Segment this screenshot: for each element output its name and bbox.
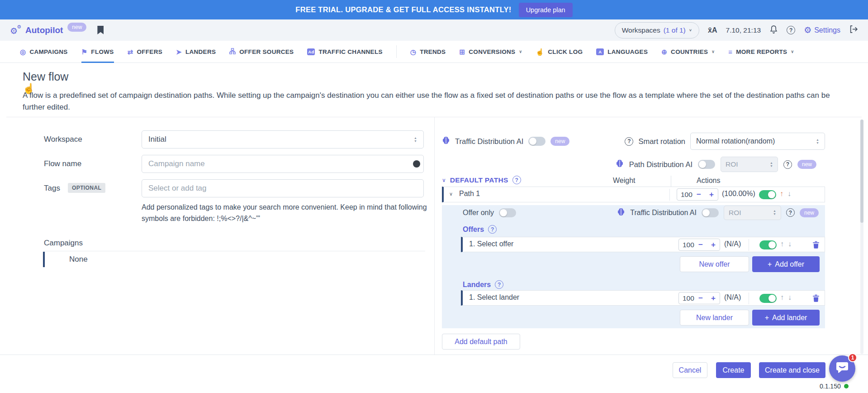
app-version: 0.1.150 <box>820 383 849 390</box>
add-lander-button[interactable]: + Add lander <box>752 310 820 326</box>
traffic-ai-help-icon[interactable]: ? <box>786 208 795 217</box>
tags-input[interactable] <box>142 179 424 197</box>
help-icon[interactable]: ? <box>787 26 795 34</box>
header-time: 7.10, 21:13 <box>726 26 761 34</box>
scrollbar-thumb[interactable] <box>860 120 863 223</box>
smart-rotation-select[interactable]: Normal rotation(random) ▲▼ <box>690 133 825 150</box>
divider <box>434 117 435 355</box>
move-down-icon[interactable]: ↓ <box>788 293 792 302</box>
default-paths-title[interactable]: DEFAULT PATHS <box>450 176 508 184</box>
logout-icon[interactable] <box>849 25 858 35</box>
add-offer-button[interactable]: + Add offer <box>752 256 820 272</box>
paper-plane-icon: ➤ <box>176 48 182 55</box>
offer-weight-stepper[interactable]: 100 − + <box>678 239 720 251</box>
ad-icon: Ad <box>307 48 315 55</box>
path-distribution-ai-row: Path Distribution AI ROI ▲▼ ? new <box>616 157 816 172</box>
upgrade-plan-button[interactable]: Upgrade plan <box>519 3 573 17</box>
trash-icon[interactable] <box>812 241 820 250</box>
path-traffic-ai-toggle[interactable] <box>702 208 719 217</box>
select-chevrons-icon: ▲▼ <box>773 210 776 216</box>
chevron-down-icon[interactable]: ∨ <box>442 177 446 183</box>
lander-select[interactable]: 1. Select lander <box>469 293 519 302</box>
new-badge: new <box>797 160 816 169</box>
offer-only-row: Offer only Traffic Distribution AI ROI ▲… <box>442 205 825 220</box>
nav-divider <box>396 45 397 58</box>
minus-icon[interactable]: − <box>694 294 707 302</box>
nav-offers[interactable]: ⇄ OFFERS <box>128 41 162 63</box>
path-traffic-ai-metric-select[interactable]: ROI ▲▼ <box>724 206 781 220</box>
path-ai-help-icon[interactable]: ? <box>783 160 792 169</box>
flow-color-dot[interactable] <box>413 160 420 168</box>
lander-weight-stepper[interactable]: 100 − + <box>678 292 720 304</box>
landers-help-icon[interactable]: ? <box>495 280 503 289</box>
weight-value[interactable]: 100 <box>679 294 694 302</box>
nav-countries[interactable]: ⊕ COUNTRIES ∨ <box>661 41 715 63</box>
lander-enabled-toggle[interactable] <box>759 294 777 303</box>
settings-link[interactable]: ⚙ Settings <box>804 25 840 35</box>
smart-rotation-help-icon[interactable]: ? <box>625 137 633 146</box>
move-up-icon[interactable]: ↑ <box>780 190 783 198</box>
weight-value[interactable]: 100 <box>677 191 693 199</box>
move-down-icon[interactable]: ↓ <box>788 240 792 248</box>
path-name[interactable]: Path 1 <box>459 190 480 198</box>
traffic-ai-toggle[interactable] <box>528 137 545 146</box>
plus-icon[interactable]: + <box>705 191 718 198</box>
nav-click-log[interactable]: ☝ CLICK LOG <box>536 41 583 63</box>
move-down-icon[interactable]: ↓ <box>787 190 791 198</box>
chevron-down-icon[interactable]: ∨ <box>449 191 453 197</box>
nav-languages[interactable]: A LANGUAGES <box>596 41 648 63</box>
plus-icon[interactable]: + <box>707 241 720 249</box>
offers-help-icon[interactable]: ? <box>488 225 497 234</box>
create-and-close-button[interactable]: Create and close <box>759 362 825 378</box>
weight-column-header: Weight <box>613 177 636 185</box>
flow-name-input[interactable] <box>142 155 424 173</box>
nav-campaigns[interactable]: ◎ CAMPAIGNS <box>20 41 68 63</box>
move-up-icon[interactable]: ↑ <box>780 240 784 248</box>
brand-autopilot[interactable]: Autopilot <box>25 25 63 35</box>
new-badge: new <box>800 208 819 217</box>
nav-landers[interactable]: ➤ LANDERS <box>176 41 216 63</box>
nav-more-reports[interactable]: ≡ MORE REPORTS ∨ <box>728 41 794 63</box>
ai-brain-icon <box>617 208 625 218</box>
page-title: New flow <box>23 70 68 83</box>
plus-icon: + <box>765 314 769 322</box>
offer-select[interactable]: 1. Select offer <box>469 240 513 248</box>
minus-icon[interactable]: − <box>694 241 707 249</box>
workspace-select[interactable]: Initial ▲▼ <box>142 130 424 149</box>
campaigns-none-row: None <box>43 252 425 267</box>
lander-row: 1. Select lander 100 − + (N/A) ↑ ↓ <box>461 290 825 306</box>
path-ai-toggle[interactable] <box>698 160 715 169</box>
path-enabled-toggle[interactable] <box>759 190 776 199</box>
offer-only-toggle[interactable] <box>499 208 516 217</box>
notifications-bell-icon[interactable] <box>769 25 778 36</box>
path-row: ∨ Path 1 100 − + (100.00%) ↑ ↓ <box>442 187 825 202</box>
nav-flows[interactable]: ⚑ FLOWS <box>81 41 114 63</box>
default-paths-help-icon[interactable]: ? <box>512 176 521 184</box>
flow-name-label: Flow name <box>44 159 81 168</box>
divider <box>749 239 749 251</box>
new-offer-button[interactable]: New offer <box>680 256 749 272</box>
nav-conversions[interactable]: ⊞ CONVERSIONS ∨ <box>459 41 522 63</box>
translate-icon[interactable]: x̄A <box>708 26 717 34</box>
create-button[interactable]: Create <box>716 362 751 378</box>
landers-section-label: Landers ? <box>463 280 503 289</box>
path-share: (100.00%) <box>722 190 755 198</box>
offer-share: (N/A) <box>724 240 741 248</box>
path-ai-metric-select[interactable]: ROI ▲▼ <box>721 157 778 172</box>
path-weight-stepper[interactable]: 100 − + <box>677 188 718 201</box>
workspaces-dropdown[interactable]: Workspaces (1 of 1) ∨ <box>615 22 699 38</box>
weight-value[interactable]: 100 <box>679 241 694 249</box>
nav-traffic-channels[interactable]: Ad TRAFFIC CHANNELS <box>307 41 382 63</box>
bookmark-icon[interactable] <box>97 26 104 34</box>
minus-icon[interactable]: − <box>693 191 705 198</box>
trash-icon[interactable] <box>812 294 820 304</box>
new-lander-button[interactable]: New lander <box>680 310 749 326</box>
nav-trends[interactable]: ◷ TRENDS <box>410 41 446 63</box>
add-default-path-button[interactable]: Add default path <box>442 334 520 350</box>
nav-offer-sources[interactable]: OFFER SOURCES <box>229 41 294 63</box>
offer-enabled-toggle[interactable] <box>759 240 777 249</box>
flag-icon: ⚑ <box>81 48 88 55</box>
cancel-button[interactable]: Cancel <box>673 362 707 378</box>
move-up-icon[interactable]: ↑ <box>780 293 784 302</box>
plus-icon[interactable]: + <box>707 294 720 302</box>
